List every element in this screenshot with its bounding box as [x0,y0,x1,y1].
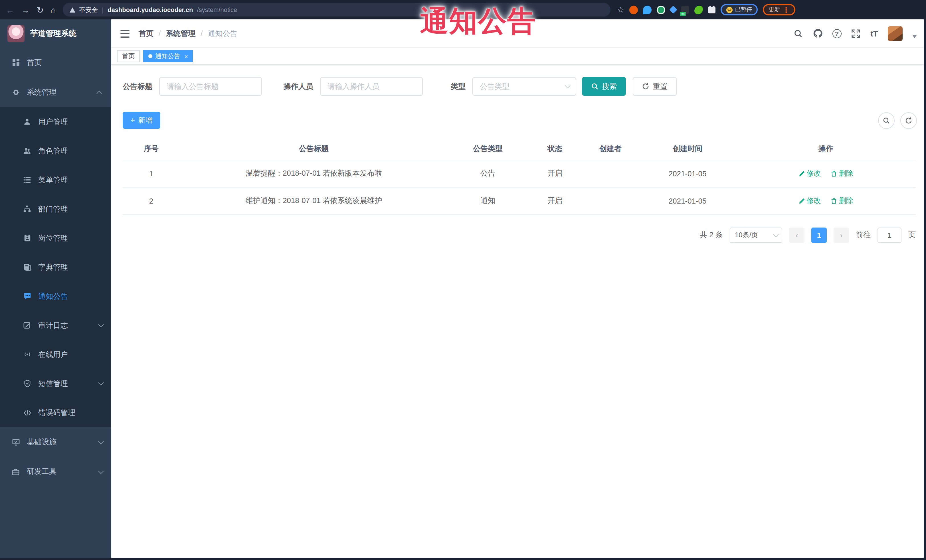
cell-type: 通知 [448,187,528,214]
cell-status: 开启 [528,187,582,214]
sidebar-item-label: 首页 [27,57,42,68]
extension-leaf-icon[interactable] [694,5,703,14]
sidebar-item-error-codes[interactable]: 错误码管理 [0,398,111,427]
refresh-circle-button[interactable] [900,112,917,128]
sidebar-item-online-users[interactable]: 在线用户 [0,340,111,369]
sidebar-item-label: 研发工具 [27,466,56,477]
window-bottom-edge [0,558,926,560]
user-menu-caret-icon[interactable] [912,35,917,38]
goto-page-input[interactable] [878,227,902,243]
page-size-select[interactable]: 10条/页 [730,227,782,243]
search-button[interactable]: 搜索 [582,77,626,96]
user-icon [23,118,31,126]
cell-title: 温馨提醒：2018-07-01 若依新版本发布啦 [180,160,448,187]
sidebar-item-label: 用户管理 [38,116,68,127]
page-unit-label: 页 [908,230,916,240]
col-no: 序号 [123,138,180,160]
browser-forward-icon[interactable]: → [21,5,30,14]
app-title: 芋道管理系统 [30,29,76,39]
extension-pin-icon[interactable] [643,5,652,14]
tags-view-bar: 首页 通知公告 × [111,48,926,65]
toolbox-icon [11,467,20,476]
delete-link[interactable]: 删除 [831,196,853,205]
add-button[interactable]: + 新增 [123,112,160,129]
pagination-total: 共 2 条 [700,230,723,240]
sidebar-item-users[interactable]: 用户管理 [0,107,111,136]
menu-list-icon [23,176,31,184]
edit-link[interactable]: 修改 [799,196,821,205]
cell-actions: 修改 删除 [736,160,916,187]
sidebar-toggle-icon[interactable] [120,29,130,37]
paused-chip[interactable]: 已暂停 [720,4,758,15]
org-tree-icon [23,205,31,213]
bookmark-star-icon[interactable]: ☆ [617,5,624,14]
extension-switch-icon[interactable]: on [681,6,689,14]
sidebar-item-menus[interactable]: 菜单管理 [0,165,111,195]
sidebar-item-system[interactable]: 系统管理 [0,77,111,107]
search-icon[interactable] [794,29,803,38]
table-toolbar: + 新增 [123,112,917,129]
notice-title-input[interactable] [159,77,262,96]
sidebar-item-posts[interactable]: 岗位管理 [0,223,111,253]
browser-menu-icon[interactable]: ⋮ [782,5,790,14]
extension-diamond-icon[interactable] [669,6,677,14]
cell-creator [582,160,639,187]
chevron-down-icon [98,438,104,444]
page-number-button[interactable]: 1 [811,227,827,243]
delete-link-label: 删除 [839,196,853,205]
prev-page-button[interactable]: ‹ [789,227,805,243]
tab-notice[interactable]: 通知公告 × [143,50,193,62]
browser-reload-icon[interactable]: ↻ [36,5,44,14]
delete-link[interactable]: 删除 [831,169,853,178]
sidebar-item-label: 角色管理 [38,146,68,156]
sidebar-item-infrastructure[interactable]: 基础设施 [0,427,111,457]
extension-orange-icon[interactable] [629,5,638,14]
tab-close-icon[interactable]: × [184,53,188,60]
online-user-icon [23,350,31,359]
sidebar-item-dev-tools[interactable]: 研发工具 [0,457,111,486]
edit-link[interactable]: 修改 [799,169,821,178]
sidebar-item-audit-log[interactable]: 审计日志 [0,311,111,340]
sidebar-item-sms[interactable]: 短信管理 [0,369,111,398]
extensions-puzzle-icon[interactable] [708,6,716,14]
sidebar-logo-row[interactable]: 芋道管理系统 [0,20,111,48]
notice-title-label: 公告标题 [123,81,152,92]
extension-green-icon[interactable] [657,5,665,14]
operator-input[interactable] [320,77,423,96]
goto-label: 前往 [856,230,871,240]
browser-home-icon[interactable]: ⌂ [50,5,56,14]
next-page-button[interactable]: › [834,227,849,243]
font-size-icon[interactable]: tT [871,29,878,38]
toggle-search-circle-button[interactable] [878,112,895,128]
table-row: 2 维护通知：2018-07-01 若依系统凌晨维护 通知 开启 2021-01… [123,187,916,214]
chevron-down-icon [773,231,779,237]
dictionary-icon [23,263,31,272]
sidebar-item-notice[interactable]: 通知公告 [0,282,111,311]
type-label: 类型 [451,81,466,92]
sidebar-item-dictionary[interactable]: 字典管理 [0,253,111,282]
user-avatar[interactable] [888,26,903,41]
fullscreen-icon[interactable] [851,29,861,38]
sidebar-item-departments[interactable]: 部门管理 [0,195,111,223]
notice-type-placeholder: 公告类型 [480,81,510,92]
tab-home[interactable]: 首页 [117,50,140,62]
breadcrumb-system[interactable]: 系统管理 [166,28,195,38]
cell-created: 2021-01-05 [639,160,736,187]
help-icon[interactable]: ? [832,29,841,38]
update-chip[interactable]: 更新 ⋮ [763,4,795,15]
reset-button[interactable]: 重置 [633,77,677,96]
update-chip-label: 更新 [769,6,780,14]
operator-label: 操作人员 [284,81,313,92]
sidebar-item-roles[interactable]: 角色管理 [0,136,111,165]
browser-back-icon[interactable]: ← [6,5,14,14]
active-tab-dot [148,54,152,58]
notice-type-select[interactable]: 公告类型 [472,77,576,96]
page-size-value: 10条/页 [735,230,758,240]
sidebar-item-label: 字典管理 [38,262,68,272]
breadcrumb-separator: / [159,29,160,38]
breadcrumb-home[interactable]: 首页 [139,28,153,38]
cell-no: 1 [123,160,180,187]
github-icon[interactable] [813,29,823,38]
sidebar-item-home[interactable]: 首页 [0,48,111,77]
address-divider: | [102,6,104,13]
